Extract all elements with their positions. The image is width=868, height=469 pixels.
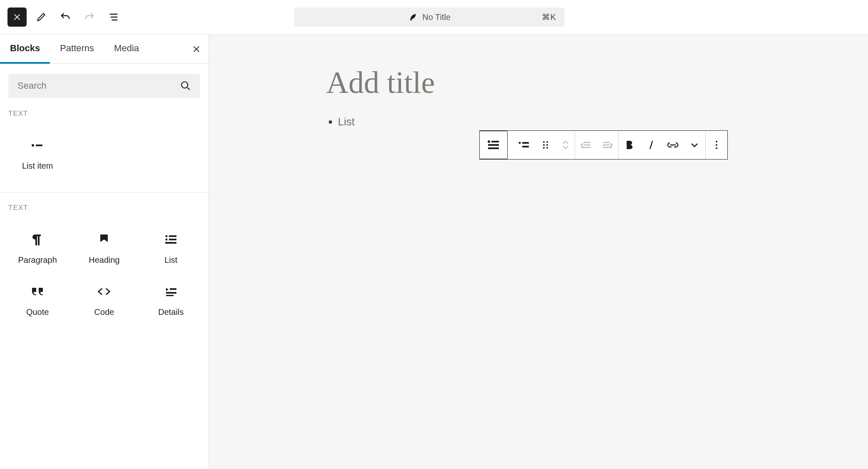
indent-button[interactable] [597,131,618,159]
options-segment [706,131,727,159]
editor-canvas[interactable]: Add title List [209,35,868,469]
close-icon [192,45,201,54]
svg-point-15 [519,142,521,144]
pencil-icon [36,12,47,22]
block-type-button[interactable] [479,131,508,159]
document: Add title List [310,46,767,128]
block-paragraph[interactable]: Paragraph [4,222,71,274]
svg-rect-2 [36,145,42,146]
more-format-button[interactable] [684,131,705,159]
close-inserter-panel-button[interactable] [187,40,206,59]
italic-icon [648,140,654,150]
block-label: Details [158,307,184,317]
tab-media[interactable]: Media [104,35,149,64]
chevron-down-icon [690,142,699,148]
code-icon [97,285,111,298]
block-details[interactable]: Details [138,274,204,326]
search-container [0,64,208,106]
drag-handle-icon [542,140,549,150]
bold-icon [625,140,634,150]
svg-point-0 [181,82,188,88]
list-icon [164,233,178,246]
undo-icon [60,11,71,23]
svg-point-19 [546,141,548,143]
paragraph-icon [31,233,44,246]
block-options-button[interactable] [706,131,727,159]
close-icon [12,12,22,22]
block-label: List [164,255,177,265]
chevron-down-icon[interactable] [562,145,569,150]
document-overview-button[interactable] [104,7,123,27]
svg-point-1 [32,144,34,147]
svg-point-22 [543,147,545,149]
svg-point-11 [488,140,490,143]
bullet-list-icon [518,141,529,149]
list-item-placeholder: List [338,115,355,128]
list-item-icon [31,139,44,152]
chevron-up-icon[interactable] [562,140,569,145]
svg-rect-6 [169,239,176,240]
post-title-placeholder[interactable]: Add title [326,46,751,98]
svg-point-25 [716,144,717,146]
block-inserter-sidebar: Blocks Patterns Media TEXT List item [0,35,209,469]
svg-rect-4 [169,235,176,237]
close-inserter-button[interactable] [7,7,27,27]
search-input[interactable] [17,80,180,91]
svg-point-18 [543,141,545,143]
unordered-list-button[interactable] [513,131,535,159]
list-view-icon [108,11,119,23]
tab-blocks-label: Blocks [10,43,40,54]
italic-button[interactable] [640,131,662,159]
tab-media-label: Media [114,43,139,54]
block-heading[interactable]: Heading [71,222,137,274]
block-label: List item [22,161,53,171]
outdent-icon [580,141,591,149]
search-icon [180,80,191,91]
redo-button[interactable] [80,7,99,27]
list-block[interactable]: List [326,115,751,128]
outdent-button[interactable] [575,131,597,159]
block-list-item[interactable]: List item [4,128,71,180]
document-title: No Title [422,12,451,22]
block-label: Code [94,307,114,317]
more-vertical-icon [715,140,718,150]
svg-rect-13 [488,144,499,146]
svg-rect-17 [522,146,529,147]
svg-rect-7 [165,242,176,244]
tab-patterns[interactable]: Patterns [50,35,104,64]
document-title-button[interactable]: No Title ⌘K [294,7,565,27]
indent-segment [575,131,619,159]
block-list[interactable]: List [138,222,204,274]
tab-blocks[interactable]: Blocks [0,35,50,64]
block-grid-text: Paragraph Heading List Quote [0,218,208,339]
svg-rect-8 [170,288,176,290]
svg-rect-9 [166,292,176,294]
svg-point-24 [716,141,717,142]
block-quote[interactable]: Quote [4,274,71,326]
inserter-tabs: Blocks Patterns Media [0,35,208,64]
edit-button[interactable] [32,7,51,27]
move-controls [556,140,575,150]
svg-rect-16 [522,142,529,144]
block-toolbar [479,130,728,160]
link-button[interactable] [662,131,684,159]
svg-point-21 [546,144,548,146]
bold-button[interactable] [619,131,640,159]
search-field-wrapper[interactable] [8,74,200,98]
block-label: Paragraph [18,255,57,265]
svg-rect-12 [491,141,499,142]
svg-rect-10 [166,295,174,296]
block-grid-recent: List item [0,124,208,192]
top-toolbar: No Title ⌘K [0,0,868,34]
tab-patterns-label: Patterns [60,43,94,54]
block-code[interactable]: Code [71,274,137,326]
undo-button[interactable] [56,7,75,27]
format-segment [619,131,706,159]
svg-point-3 [165,235,167,237]
ordered-list-button[interactable] [535,131,556,159]
feather-icon [408,12,417,22]
svg-point-20 [543,144,545,146]
link-icon [667,142,679,148]
list-block-icon [487,140,500,150]
section-label: TEXT [0,193,208,218]
